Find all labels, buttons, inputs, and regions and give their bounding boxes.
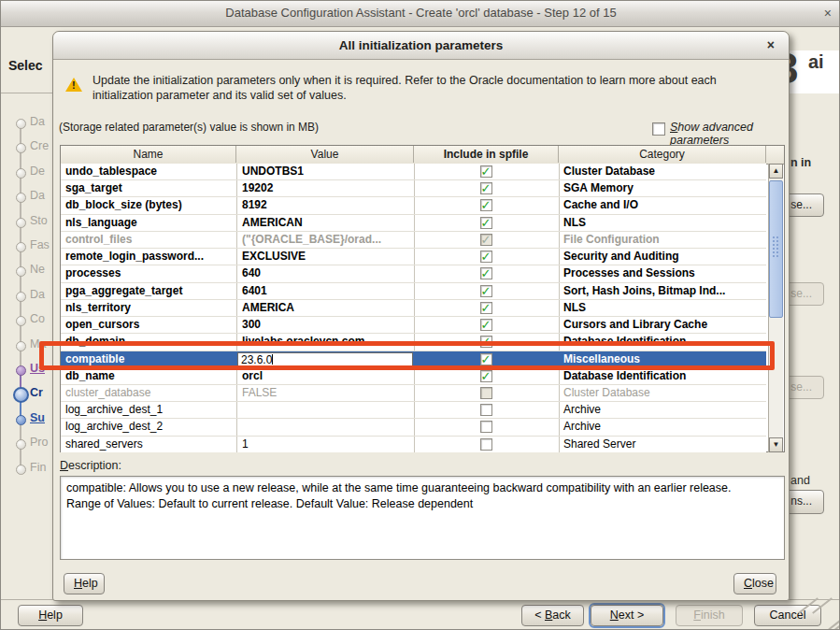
param-value-cell[interactable]: 8192 <box>238 197 413 213</box>
spfile-checkbox[interactable]: ✓ <box>480 267 492 279</box>
table-row-shared-servers[interactable]: shared_servers1Shared Server <box>61 437 766 452</box>
spfile-checkbox[interactable]: ✓ <box>480 285 492 297</box>
param-name-cell: cluster_database <box>62 385 235 401</box>
table-row-pga-aggregate-target[interactable]: pga_aggregate_target6401✓Sort, Hash Join… <box>61 283 766 300</box>
screen: Database Configuration Assistant - Creat… <box>0 0 840 630</box>
table-row-sga-target[interactable]: sga_target19202✓SGA Memory <box>61 180 766 197</box>
cancel-button[interactable]: Cancel <box>754 605 821 626</box>
column-header-value[interactable]: Value <box>236 146 414 163</box>
page-title-partial: Selec <box>8 58 43 73</box>
spfile-cell <box>414 419 559 435</box>
spfile-cell <box>414 402 559 418</box>
spfile-cell: ✓ <box>414 164 559 179</box>
column-header-name[interactable]: Name <box>61 146 236 163</box>
next-button[interactable]: Next > <box>591 605 663 626</box>
param-name-cell: processes <box>62 265 235 281</box>
thumb-grip <box>772 236 780 258</box>
param-value-cell[interactable]: AMERICA <box>238 300 413 316</box>
checkmark-icon: ✓ <box>481 317 491 333</box>
param-value-cell[interactable]: ("{ORACLE_BASE}/orad... <box>238 232 413 248</box>
param-category-cell: Database Identification <box>560 368 765 384</box>
spfile-checkbox[interactable]: ✓ <box>480 217 492 229</box>
table-row-cluster-database[interactable]: cluster_databaseFALSECluster Database <box>61 385 766 402</box>
param-value-cell[interactable]: FALSE <box>238 385 413 401</box>
checkmark-icon: ✓ <box>481 164 491 179</box>
table-row-log-archive-dest-2[interactable]: log_archive_dest_2Archive <box>61 419 766 436</box>
show-advanced-checkbox[interactable] <box>652 122 665 136</box>
checkmark-icon: ✓ <box>481 197 491 213</box>
param-value-cell[interactable]: 640 <box>238 265 413 281</box>
spfile-cell <box>414 385 559 401</box>
spfile-checkbox[interactable]: ✓ <box>480 319 492 331</box>
table-row-log-archive-dest-1[interactable]: log_archive_dest_1Archive <box>61 402 766 419</box>
param-value-cell[interactable]: 300 <box>238 317 413 333</box>
step-bullet-icon <box>16 266 26 277</box>
back-button[interactable]: < Back <box>521 605 584 626</box>
step-bullet-icon <box>16 365 26 376</box>
spfile-checkbox[interactable] <box>480 438 492 451</box>
description-text[interactable]: compatible: Allows you to use a new rele… <box>60 476 785 560</box>
table-row-nls-language[interactable]: nls_languageAMERICAN✓NLS <box>61 215 766 232</box>
finish-button: Finish <box>676 605 743 626</box>
logo-ai-suffix: ai <box>808 51 824 73</box>
help-button[interactable]: Help <box>18 605 83 626</box>
spfile-checkbox[interactable] <box>480 421 492 433</box>
scrollbar-thumb[interactable] <box>769 180 783 318</box>
param-value-cell[interactable]: EXCLUSIVE <box>238 249 413 265</box>
table-row-open-cursors[interactable]: open_cursors300✓Cursors and Library Cach… <box>61 317 766 334</box>
param-value-cell[interactable]: 19202 <box>238 180 413 196</box>
spfile-checkbox[interactable]: ✓ <box>480 165 492 178</box>
column-header-category[interactable]: Category <box>559 146 766 163</box>
param-category-cell: NLS <box>560 300 765 316</box>
wizard-step-su[interactable]: Su <box>30 411 45 424</box>
table-row-control-files[interactable]: control_files("{ORACLE_BASE}/orad...✓Fil… <box>61 232 766 249</box>
spfile-checkbox[interactable]: ✓ <box>480 302 492 314</box>
wizard-step-da: Da <box>30 288 45 301</box>
param-value-cell[interactable] <box>238 419 413 435</box>
table-row-db-block-size-bytes-[interactable]: db_block_size (bytes)8192✓Cache and I/O <box>61 197 766 214</box>
vertical-scrollbar[interactable]: ▲ ▼ <box>768 164 783 452</box>
window-titlebar[interactable]: Database Configuration Assistant - Creat… <box>1 1 840 27</box>
param-value-cell[interactable]: UNDOTBS1 <box>238 164 413 179</box>
step-bullet-icon <box>16 415 26 425</box>
column-header-include-in-spfile[interactable]: Include in spfile <box>414 146 559 163</box>
spfile-checkbox[interactable]: ✓ <box>480 199 492 211</box>
red-highlight-annotation <box>39 341 775 370</box>
step-bullet-icon <box>13 387 29 403</box>
checkmark-icon: ✓ <box>481 368 491 384</box>
table-row-undo-tablespace[interactable]: undo_tablespaceUNDOTBS1✓Cluster Database <box>61 164 766 180</box>
dialog-close-button[interactable]: Close <box>733 573 776 594</box>
window-close-icon[interactable]: × <box>824 5 832 21</box>
table-row-db-name[interactable]: db_nameorcl✓Database Identification <box>61 368 766 385</box>
spfile-checkbox[interactable]: ✓ <box>480 251 492 263</box>
storage-note: (Storage related parameter(s) value is s… <box>59 121 319 134</box>
show-advanced-label[interactable]: Show advanced parameters <box>670 121 789 147</box>
param-name-cell: control_files <box>62 232 235 248</box>
scroll-up-icon[interactable]: ▲ <box>769 164 783 179</box>
param-category-cell: Archive <box>560 419 765 435</box>
wizard-step-cr: Cr <box>30 386 43 399</box>
spfile-checkbox[interactable] <box>480 404 492 416</box>
param-value-cell[interactable]: 6401 <box>238 283 413 299</box>
spfile-checkbox[interactable]: ✓ <box>480 182 492 194</box>
background-text-fragment-bottom: and <box>790 474 810 487</box>
param-value-cell[interactable] <box>238 402 413 418</box>
param-name-cell: remote_login_password... <box>62 249 235 265</box>
param-value-cell[interactable]: AMERICAN <box>238 215 413 231</box>
spfile-checkbox[interactable]: ✓ <box>480 370 492 382</box>
checkmark-icon: ✓ <box>481 300 491 316</box>
dialog-titlebar[interactable]: All initialization parameters <box>53 32 789 60</box>
param-value-cell[interactable]: orcl <box>238 368 413 384</box>
table-row-remote-login-password-[interactable]: remote_login_password...EXCLUSIVE✓Securi… <box>61 249 766 265</box>
table-row-nls-territory[interactable]: nls_territoryAMERICA✓NLS <box>61 300 766 317</box>
param-value-cell[interactable]: 1 <box>238 437 413 452</box>
all-init-parameters-dialog: All initialization parameters × Update t… <box>52 31 790 601</box>
param-category-cell: SGA Memory <box>560 180 765 196</box>
dialog-help-button[interactable]: Help <box>64 573 105 594</box>
scroll-down-icon[interactable]: ▼ <box>769 437 783 452</box>
dialog-close-icon[interactable]: × <box>767 37 775 52</box>
step-bullet-icon <box>16 218 26 228</box>
checkmark-icon: ✓ <box>481 232 491 248</box>
table-row-processes[interactable]: processes640✓Processes and Sessions <box>61 265 766 282</box>
step-bullet-icon <box>16 341 26 351</box>
